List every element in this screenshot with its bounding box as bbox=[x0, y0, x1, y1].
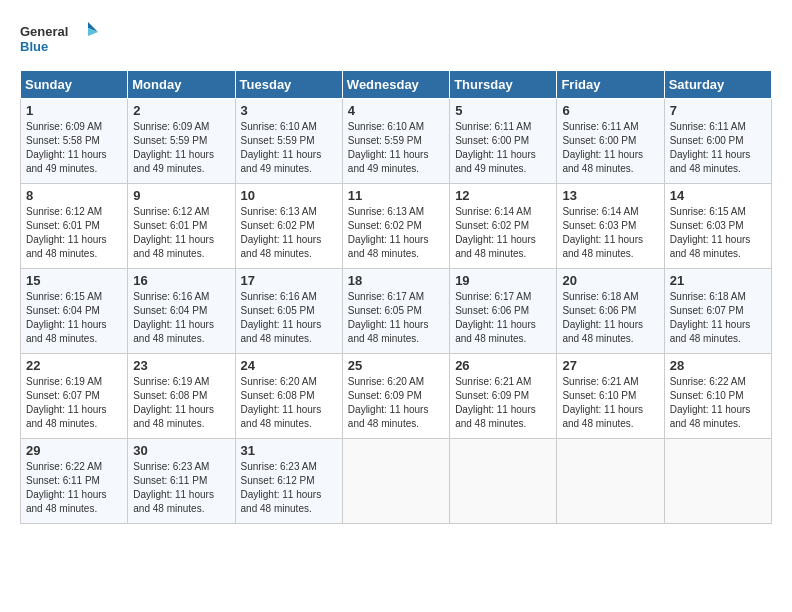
calendar-cell: 12 Sunrise: 6:14 AMSunset: 6:02 PMDaylig… bbox=[450, 184, 557, 269]
day-number: 7 bbox=[670, 103, 766, 118]
day-info: Sunrise: 6:18 AMSunset: 6:07 PMDaylight:… bbox=[670, 291, 751, 344]
col-header-thursday: Thursday bbox=[450, 71, 557, 99]
calendar-cell: 30 Sunrise: 6:23 AMSunset: 6:11 PMDaylig… bbox=[128, 439, 235, 524]
day-number: 11 bbox=[348, 188, 444, 203]
calendar-cell: 18 Sunrise: 6:17 AMSunset: 6:05 PMDaylig… bbox=[342, 269, 449, 354]
day-info: Sunrise: 6:22 AMSunset: 6:11 PMDaylight:… bbox=[26, 461, 107, 514]
day-number: 25 bbox=[348, 358, 444, 373]
calendar-cell: 14 Sunrise: 6:15 AMSunset: 6:03 PMDaylig… bbox=[664, 184, 771, 269]
day-info: Sunrise: 6:14 AMSunset: 6:02 PMDaylight:… bbox=[455, 206, 536, 259]
logo: General Blue bbox=[20, 20, 100, 60]
calendar-cell: 11 Sunrise: 6:13 AMSunset: 6:02 PMDaylig… bbox=[342, 184, 449, 269]
day-number: 23 bbox=[133, 358, 229, 373]
calendar-cell: 2 Sunrise: 6:09 AMSunset: 5:59 PMDayligh… bbox=[128, 99, 235, 184]
day-number: 15 bbox=[26, 273, 122, 288]
day-number: 24 bbox=[241, 358, 337, 373]
calendar-cell: 1 Sunrise: 6:09 AMSunset: 5:58 PMDayligh… bbox=[21, 99, 128, 184]
day-info: Sunrise: 6:19 AMSunset: 6:07 PMDaylight:… bbox=[26, 376, 107, 429]
col-header-monday: Monday bbox=[128, 71, 235, 99]
calendar-cell bbox=[557, 439, 664, 524]
day-info: Sunrise: 6:13 AMSunset: 6:02 PMDaylight:… bbox=[241, 206, 322, 259]
svg-text:General: General bbox=[20, 24, 68, 39]
calendar-cell: 25 Sunrise: 6:20 AMSunset: 6:09 PMDaylig… bbox=[342, 354, 449, 439]
day-info: Sunrise: 6:14 AMSunset: 6:03 PMDaylight:… bbox=[562, 206, 643, 259]
calendar-cell: 3 Sunrise: 6:10 AMSunset: 5:59 PMDayligh… bbox=[235, 99, 342, 184]
day-info: Sunrise: 6:09 AMSunset: 5:59 PMDaylight:… bbox=[133, 121, 214, 174]
day-info: Sunrise: 6:12 AMSunset: 6:01 PMDaylight:… bbox=[26, 206, 107, 259]
day-number: 6 bbox=[562, 103, 658, 118]
day-info: Sunrise: 6:18 AMSunset: 6:06 PMDaylight:… bbox=[562, 291, 643, 344]
day-info: Sunrise: 6:10 AMSunset: 5:59 PMDaylight:… bbox=[348, 121, 429, 174]
calendar-cell: 15 Sunrise: 6:15 AMSunset: 6:04 PMDaylig… bbox=[21, 269, 128, 354]
day-info: Sunrise: 6:19 AMSunset: 6:08 PMDaylight:… bbox=[133, 376, 214, 429]
calendar-cell: 20 Sunrise: 6:18 AMSunset: 6:06 PMDaylig… bbox=[557, 269, 664, 354]
day-info: Sunrise: 6:20 AMSunset: 6:09 PMDaylight:… bbox=[348, 376, 429, 429]
day-info: Sunrise: 6:23 AMSunset: 6:11 PMDaylight:… bbox=[133, 461, 214, 514]
col-header-friday: Friday bbox=[557, 71, 664, 99]
day-number: 1 bbox=[26, 103, 122, 118]
calendar-cell: 31 Sunrise: 6:23 AMSunset: 6:12 PMDaylig… bbox=[235, 439, 342, 524]
col-header-tuesday: Tuesday bbox=[235, 71, 342, 99]
day-info: Sunrise: 6:22 AMSunset: 6:10 PMDaylight:… bbox=[670, 376, 751, 429]
day-number: 16 bbox=[133, 273, 229, 288]
day-info: Sunrise: 6:17 AMSunset: 6:05 PMDaylight:… bbox=[348, 291, 429, 344]
calendar-cell: 27 Sunrise: 6:21 AMSunset: 6:10 PMDaylig… bbox=[557, 354, 664, 439]
day-number: 12 bbox=[455, 188, 551, 203]
calendar-cell: 19 Sunrise: 6:17 AMSunset: 6:06 PMDaylig… bbox=[450, 269, 557, 354]
day-info: Sunrise: 6:23 AMSunset: 6:12 PMDaylight:… bbox=[241, 461, 322, 514]
calendar-cell: 28 Sunrise: 6:22 AMSunset: 6:10 PMDaylig… bbox=[664, 354, 771, 439]
calendar-cell: 13 Sunrise: 6:14 AMSunset: 6:03 PMDaylig… bbox=[557, 184, 664, 269]
day-info: Sunrise: 6:11 AMSunset: 6:00 PMDaylight:… bbox=[455, 121, 536, 174]
calendar-cell: 5 Sunrise: 6:11 AMSunset: 6:00 PMDayligh… bbox=[450, 99, 557, 184]
day-number: 14 bbox=[670, 188, 766, 203]
day-number: 21 bbox=[670, 273, 766, 288]
calendar-cell: 23 Sunrise: 6:19 AMSunset: 6:08 PMDaylig… bbox=[128, 354, 235, 439]
day-number: 19 bbox=[455, 273, 551, 288]
day-info: Sunrise: 6:11 AMSunset: 6:00 PMDaylight:… bbox=[670, 121, 751, 174]
day-number: 13 bbox=[562, 188, 658, 203]
day-number: 8 bbox=[26, 188, 122, 203]
col-header-sunday: Sunday bbox=[21, 71, 128, 99]
calendar-cell: 9 Sunrise: 6:12 AMSunset: 6:01 PMDayligh… bbox=[128, 184, 235, 269]
calendar-cell: 4 Sunrise: 6:10 AMSunset: 5:59 PMDayligh… bbox=[342, 99, 449, 184]
calendar-cell: 21 Sunrise: 6:18 AMSunset: 6:07 PMDaylig… bbox=[664, 269, 771, 354]
calendar-cell bbox=[450, 439, 557, 524]
day-info: Sunrise: 6:15 AMSunset: 6:03 PMDaylight:… bbox=[670, 206, 751, 259]
calendar-cell: 10 Sunrise: 6:13 AMSunset: 6:02 PMDaylig… bbox=[235, 184, 342, 269]
calendar-cell: 17 Sunrise: 6:16 AMSunset: 6:05 PMDaylig… bbox=[235, 269, 342, 354]
day-number: 4 bbox=[348, 103, 444, 118]
day-number: 29 bbox=[26, 443, 122, 458]
day-info: Sunrise: 6:16 AMSunset: 6:04 PMDaylight:… bbox=[133, 291, 214, 344]
day-info: Sunrise: 6:12 AMSunset: 6:01 PMDaylight:… bbox=[133, 206, 214, 259]
logo-svg: General Blue bbox=[20, 20, 100, 60]
day-info: Sunrise: 6:11 AMSunset: 6:00 PMDaylight:… bbox=[562, 121, 643, 174]
calendar-cell: 6 Sunrise: 6:11 AMSunset: 6:00 PMDayligh… bbox=[557, 99, 664, 184]
day-info: Sunrise: 6:17 AMSunset: 6:06 PMDaylight:… bbox=[455, 291, 536, 344]
day-number: 28 bbox=[670, 358, 766, 373]
day-number: 9 bbox=[133, 188, 229, 203]
calendar-cell: 8 Sunrise: 6:12 AMSunset: 6:01 PMDayligh… bbox=[21, 184, 128, 269]
calendar-cell: 7 Sunrise: 6:11 AMSunset: 6:00 PMDayligh… bbox=[664, 99, 771, 184]
calendar-cell: 26 Sunrise: 6:21 AMSunset: 6:09 PMDaylig… bbox=[450, 354, 557, 439]
day-info: Sunrise: 6:10 AMSunset: 5:59 PMDaylight:… bbox=[241, 121, 322, 174]
day-info: Sunrise: 6:13 AMSunset: 6:02 PMDaylight:… bbox=[348, 206, 429, 259]
day-number: 27 bbox=[562, 358, 658, 373]
day-info: Sunrise: 6:15 AMSunset: 6:04 PMDaylight:… bbox=[26, 291, 107, 344]
day-number: 30 bbox=[133, 443, 229, 458]
day-info: Sunrise: 6:21 AMSunset: 6:09 PMDaylight:… bbox=[455, 376, 536, 429]
day-number: 5 bbox=[455, 103, 551, 118]
day-number: 26 bbox=[455, 358, 551, 373]
calendar-cell: 16 Sunrise: 6:16 AMSunset: 6:04 PMDaylig… bbox=[128, 269, 235, 354]
svg-text:Blue: Blue bbox=[20, 39, 48, 54]
day-number: 17 bbox=[241, 273, 337, 288]
day-number: 3 bbox=[241, 103, 337, 118]
day-number: 10 bbox=[241, 188, 337, 203]
day-number: 2 bbox=[133, 103, 229, 118]
day-number: 31 bbox=[241, 443, 337, 458]
calendar-cell bbox=[664, 439, 771, 524]
calendar-cell: 22 Sunrise: 6:19 AMSunset: 6:07 PMDaylig… bbox=[21, 354, 128, 439]
col-header-saturday: Saturday bbox=[664, 71, 771, 99]
day-number: 20 bbox=[562, 273, 658, 288]
day-info: Sunrise: 6:09 AMSunset: 5:58 PMDaylight:… bbox=[26, 121, 107, 174]
calendar-cell: 29 Sunrise: 6:22 AMSunset: 6:11 PMDaylig… bbox=[21, 439, 128, 524]
